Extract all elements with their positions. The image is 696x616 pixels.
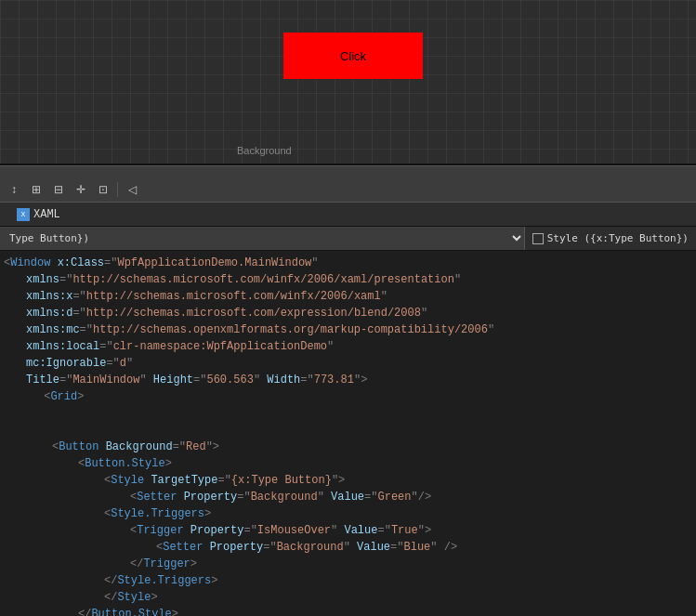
- background-label: Background: [237, 145, 292, 156]
- tab-xaml-icon: X: [17, 208, 30, 221]
- code-editor[interactable]: <Window x:Class="WpfApplicationDemo.Main…: [0, 251, 696, 616]
- code-line: mc:Ignorable="d": [0, 355, 696, 372]
- code-line: <Style.Triggers>: [0, 505, 696, 522]
- code-line: <Window x:Class="WpfApplicationDemo.Main…: [0, 255, 696, 271]
- tab-bar: X XAML: [0, 203, 696, 227]
- style-indicator-text: Style ({x:Type Button}): [547, 232, 689, 244]
- editor-toolbar: ↕ ⊞ ⊟ ✛ ⊡ ◁: [0, 177, 696, 203]
- code-line: <Setter Property="Background" Value="Blu…: [0, 539, 696, 556]
- code-line: </Style.Triggers>: [0, 572, 696, 589]
- code-line: </Style>: [0, 589, 696, 606]
- design-canvas: Click Background: [0, 0, 696, 165]
- preview-button[interactable]: Click: [283, 33, 423, 79]
- code-line: xmlns:d="http://schemas.microsoft.com/ex…: [0, 305, 696, 321]
- code-line: <Button Background="Red">: [0, 439, 696, 455]
- sort-button[interactable]: ↕: [4, 179, 24, 200]
- style-icon: [532, 233, 544, 244]
- tab-xaml-label: XAML: [33, 208, 60, 221]
- grid-button[interactable]: ⊞: [26, 179, 46, 200]
- code-line: <Trigger Property="IsMouseOver" Value="T…: [0, 522, 696, 539]
- toolbar-sep: [117, 182, 118, 197]
- code-line: <Style TargetType="{x:Type Button}">: [0, 472, 696, 489]
- type-selector[interactable]: Type Button}): [0, 227, 525, 250]
- back-button[interactable]: ◁: [122, 179, 142, 200]
- canvas-hscroll[interactable]: [0, 165, 696, 177]
- style-indicator: Style ({x:Type Button}): [525, 232, 696, 244]
- code-line: xmlns:x="http://schemas.microsoft.com/wi…: [0, 288, 696, 305]
- tab-xaml[interactable]: X XAML: [7, 204, 70, 225]
- code-line: <Setter Property="Background" Value="Gre…: [0, 489, 696, 505]
- code-line: Title="MainWindow" Height="560.563" Widt…: [0, 372, 696, 388]
- code-line: </Button.Style>: [0, 606, 696, 616]
- code-line: xmlns:mc="http://schemas.openxmlformats.…: [0, 321, 696, 338]
- list-button[interactable]: ⊟: [48, 179, 69, 200]
- code-line: <Grid>: [0, 388, 696, 422]
- code-line: <Button.Style>: [0, 455, 696, 472]
- cross-button[interactable]: ✛: [71, 179, 91, 200]
- breadcrumb-bar: Type Button}) Style ({x:Type Button}): [0, 227, 696, 251]
- preview-button-label: Click: [340, 49, 366, 63]
- box-button[interactable]: ⊡: [93, 179, 113, 200]
- code-line: xmlns:local="clr-namespace:WpfApplicatio…: [0, 338, 696, 355]
- code-line: </Trigger>: [0, 556, 696, 572]
- code-line: xmlns="http://schemas.microsoft.com/winf…: [0, 271, 696, 288]
- canvas-grid: [0, 0, 696, 164]
- code-line: [0, 422, 696, 439]
